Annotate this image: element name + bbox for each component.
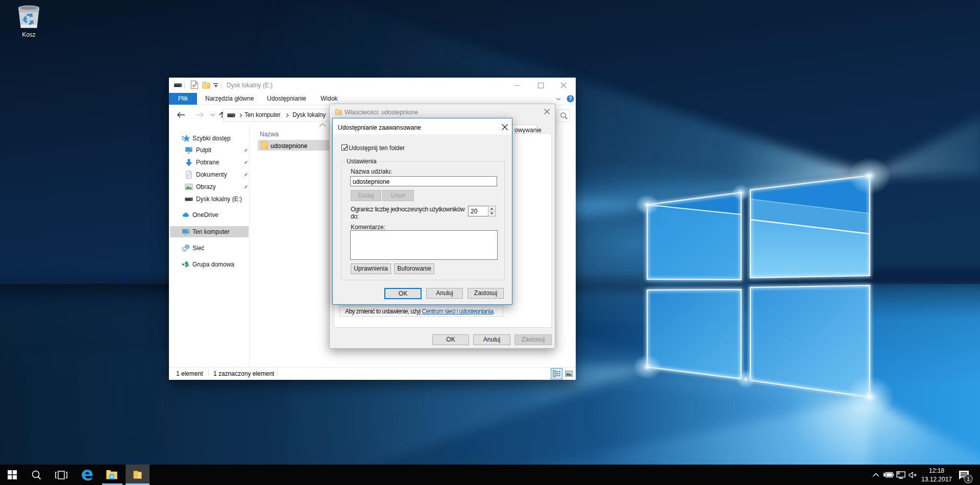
svg-text:1: 1: [967, 476, 970, 482]
svg-text:?: ?: [569, 96, 572, 102]
